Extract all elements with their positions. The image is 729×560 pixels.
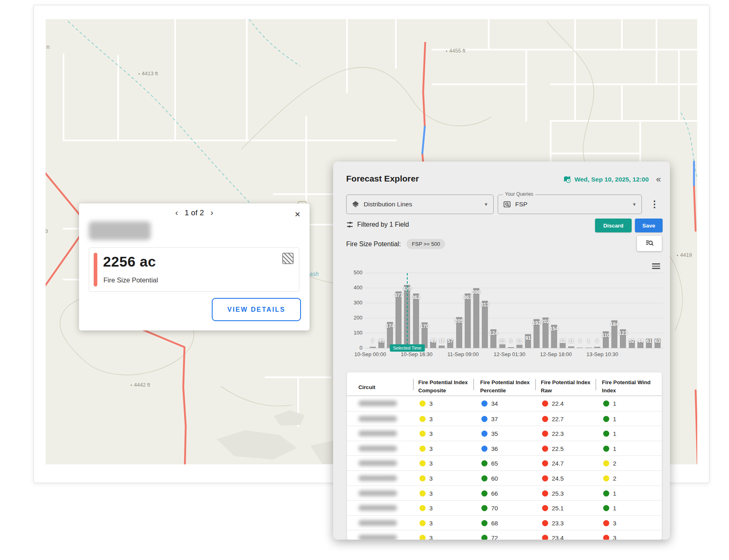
table-row[interactable]: 36524.72 [347, 455, 662, 471]
bar-value-label: 43 [430, 338, 436, 344]
elevation-label: ▲4413 ft [138, 70, 158, 77]
percentile-value: 70 [491, 505, 498, 512]
layer-select[interactable]: Distribution Lines ▼ [346, 195, 494, 214]
filter-summary[interactable]: Filtered by 1 Field [346, 221, 409, 228]
percentile-value: 68 [491, 520, 498, 527]
status-dot-yellow [419, 475, 426, 481]
forecast-datetime[interactable]: Wed, Sep 10, 2025, 12:00 « [563, 175, 661, 183]
save-button[interactable]: Save [635, 219, 663, 232]
bar-value-label: 170 [420, 324, 429, 329]
bar-value-label: 16 [439, 338, 445, 344]
table-row[interactable]: 33522.31 [347, 426, 662, 441]
status-dot-red [542, 400, 548, 407]
table-row[interactable]: 33722.71 [347, 411, 662, 427]
status-dot-yellow [419, 490, 426, 497]
table-row[interactable]: 33422.41 [347, 396, 662, 411]
status-dot-green [481, 490, 487, 497]
chart-bar[interactable] [577, 348, 583, 348]
table-row[interactable]: 36024.52 [347, 470, 662, 486]
percentile-value: 37 [491, 416, 498, 422]
queries-select-label: Your Queries [503, 191, 536, 197]
y-axis-tick: 200 [345, 315, 362, 321]
bar-value-label: 205 [455, 318, 463, 324]
column-header[interactable]: Fire Potential IndexPercentile [480, 378, 530, 395]
status-dot-red [542, 446, 548, 452]
chart-bar[interactable] [568, 346, 574, 348]
pager-next-icon[interactable]: › [204, 208, 220, 217]
chart-bar[interactable] [413, 293, 419, 348]
view-details-button[interactable]: VIEW DETAILS [212, 298, 301, 321]
redacted-circuit-name [89, 221, 151, 240]
pager-prev-icon[interactable]: ‹ [169, 208, 184, 217]
status-dot-yellow [419, 431, 426, 437]
table-row[interactable]: 37223.43 [347, 530, 662, 540]
table-row[interactable]: 36823.33 [347, 515, 662, 531]
stat-value: 2256 ac [103, 254, 156, 270]
discard-button[interactable]: Discard [595, 219, 632, 232]
chart-bar[interactable] [499, 344, 505, 348]
hatch-pattern-icon[interactable] [282, 253, 294, 264]
stat-accent-bar [94, 253, 97, 287]
column-header[interactable]: Fire Potential WindIndex [602, 378, 650, 395]
composite-value: 3 [429, 505, 433, 512]
wind-value: 3 [613, 520, 616, 527]
status-dot-green [603, 446, 609, 452]
chart-bar[interactable] [395, 291, 402, 348]
composite-value: 3 [429, 475, 433, 482]
circuit-table: CircuitFire Potential IndexCompositeFire… [347, 372, 662, 540]
raw-value: 22.7 [552, 416, 564, 422]
water-label: ash [310, 271, 319, 277]
bar-value-label: 7 [371, 338, 374, 344]
chart-bar[interactable] [465, 293, 471, 348]
x-axis-tick: 10-Sep 00:00 [348, 351, 393, 357]
map-clock-icon [563, 175, 571, 183]
table-row[interactable]: 33622.51 [347, 441, 662, 456]
bar-value-label: 9 [596, 338, 599, 344]
redacted-circuit-cell [358, 520, 397, 526]
chart-bar[interactable] [439, 346, 445, 348]
chart-bar[interactable] [594, 347, 600, 348]
column-header[interactable]: Fire Potential IndexRaw [541, 378, 591, 395]
redacted-circuit-cell [358, 446, 397, 451]
column-header[interactable]: Circuit [358, 383, 375, 392]
map-text: b [46, 228, 48, 234]
raw-value: 25.3 [552, 490, 564, 497]
x-axis-tick: 12-Sep 18:00 [534, 351, 578, 357]
chart-bar[interactable] [482, 301, 488, 348]
bar-value-label: 61 [646, 338, 652, 344]
bar-value-label: 313 [481, 302, 489, 308]
column-header[interactable]: Fire Potential IndexComposite [418, 378, 468, 395]
status-dot-blue [481, 446, 487, 452]
percentile-value: 66 [491, 490, 498, 497]
filter-chip[interactable]: FSP >= 500 [406, 239, 445, 249]
fsp-histogram-chart: 0100200300400500745174377420362170431657… [345, 267, 667, 364]
chart-bar[interactable] [370, 347, 376, 348]
close-icon[interactable]: ✕ [294, 210, 301, 219]
chart-bar[interactable] [473, 288, 479, 348]
queries-select[interactable]: Your Queries FSP ▼ [498, 195, 642, 214]
raw-value: 22.4 [552, 400, 564, 407]
table-row[interactable]: 36625.31 [347, 486, 662, 501]
status-dot-green [481, 505, 487, 511]
wind-value: 2 [613, 460, 616, 467]
status-dot-yellow [603, 460, 609, 466]
status-dot-red [542, 520, 548, 526]
chart-bar[interactable] [508, 347, 514, 348]
chevron-down-icon: ▼ [632, 202, 637, 207]
redacted-circuit-cell [358, 460, 397, 466]
chart-bar[interactable] [516, 345, 523, 348]
collapse-panel-icon[interactable]: « [656, 176, 661, 183]
chart-bar[interactable] [586, 348, 592, 348]
status-dot-red [603, 535, 609, 540]
wind-value: 3 [613, 534, 616, 540]
bar-value-label: 362 [412, 295, 420, 300]
composite-value: 3 [429, 416, 433, 422]
table-row[interactable]: 37025.11 [347, 500, 662, 516]
bar-value-label: 123 [619, 330, 627, 336]
redacted-circuit-cell [358, 475, 397, 481]
manage-search-button[interactable] [637, 236, 662, 251]
more-options-icon[interactable]: ⋮ [650, 199, 659, 210]
composite-value: 3 [429, 430, 433, 437]
status-dot-green [481, 475, 487, 481]
selected-time-badge[interactable]: Selected Time [390, 344, 425, 352]
